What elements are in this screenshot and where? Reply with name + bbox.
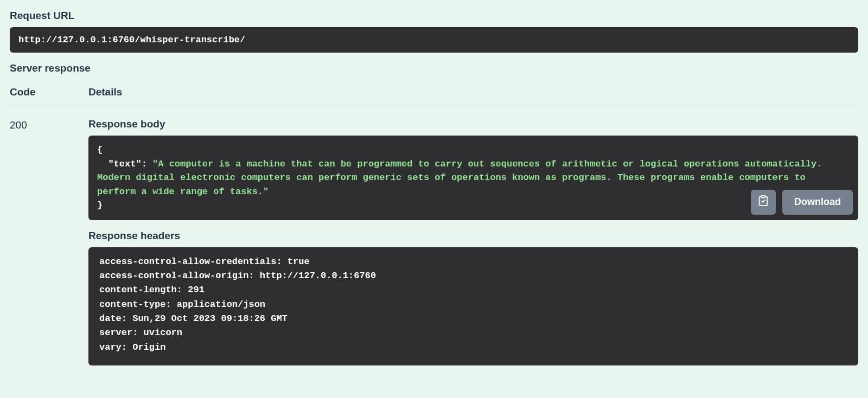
svg-rect-0 (761, 196, 765, 198)
status-code: 200 (10, 118, 88, 365)
divider (10, 106, 858, 106)
details-content: Response body { "text": "A computer is a… (88, 118, 858, 365)
details-column-header: Details (88, 86, 858, 98)
response-header-line: access-control-allow-credentials: true (99, 255, 847, 269)
json-value-text: "A computer is a machine that can be pro… (97, 159, 828, 197)
server-response-label: Server response (10, 62, 858, 74)
response-body-box: { "text": "A computer is a machine that … (88, 136, 858, 220)
clipboard-icon (757, 195, 769, 209)
download-button[interactable]: Download (782, 190, 853, 215)
json-key-text: "text" (108, 159, 141, 169)
response-header-line: server: uvicorn (99, 326, 847, 340)
response-header-line: vary: Origin (99, 341, 847, 355)
response-row: 200 Response body { "text": "A computer … (10, 118, 858, 365)
request-url-label: Request URL (10, 10, 858, 22)
response-header-line: content-type: application/json (99, 298, 847, 312)
response-header-line: content-length: 291 (99, 283, 847, 297)
copy-button[interactable] (751, 190, 776, 215)
response-body-json: { "text": "A computer is a machine that … (97, 143, 850, 213)
response-header-line: access-control-allow-origin: http://127.… (99, 269, 847, 283)
response-body-label: Response body (88, 118, 858, 130)
code-column-header: Code (10, 86, 88, 98)
response-body-actions: Download (751, 190, 853, 215)
response-headers-box: access-control-allow-credentials: true a… (88, 247, 858, 365)
response-headers-label: Response headers (88, 230, 858, 242)
request-url-value: http://127.0.0.1:6760/whisper-transcribe… (10, 27, 858, 53)
response-header-line: date: Sun,29 Oct 2023 09:18:26 GMT (99, 312, 847, 326)
